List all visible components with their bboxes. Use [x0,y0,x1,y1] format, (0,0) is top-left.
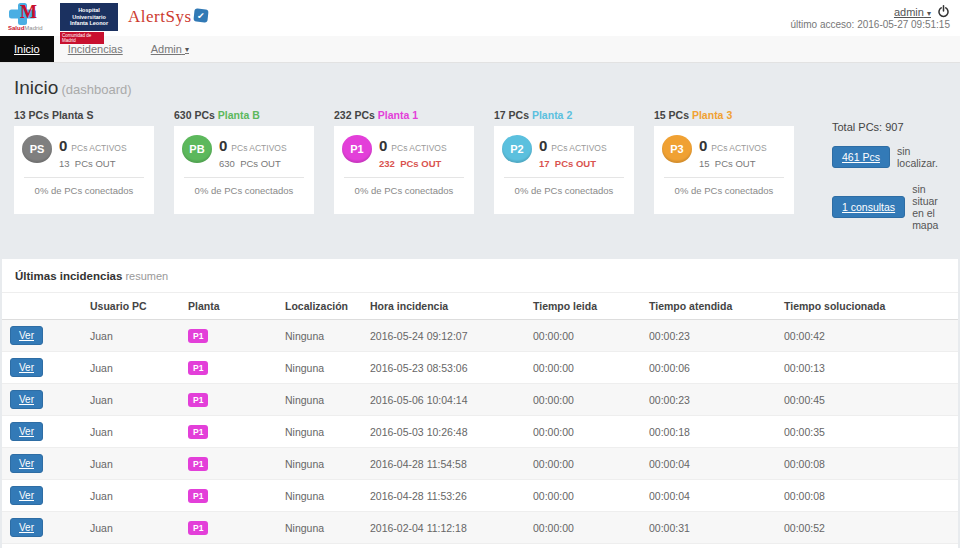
cell-hora: 2016-02-04 11:12:18 [362,512,525,544]
cell-localizacion: Ninguna [277,512,362,544]
cell-localizacion: Ninguna [277,320,362,352]
ver-button[interactable]: Ver [10,326,43,345]
table-row: Ver Juan P1 Ninguna 2016-05-06 10:04:14 … [2,384,958,416]
pcs-out-line: 15 PCs OUT [699,158,767,169]
pcs-conectados-text: 0% de PCs conectados [22,185,146,196]
planta-card-pb: 630 PCs Planta B PB 0PCs ACTIVOS 630 PCs… [174,109,314,245]
ver-button[interactable]: Ver [10,358,43,377]
admin-menu[interactable]: admin ▾ [894,6,931,18]
planta-p2-icon: P2 [502,135,532,163]
cell-usuario: Juan [82,544,180,548]
last-access-text: último acceso: 2016-05-27 09:51:15 [790,19,950,30]
consultas-button[interactable]: 1 consultas [832,196,905,218]
consultas-text: sin situar en el mapa [912,183,946,231]
cell-localizacion: Ninguna [277,448,362,480]
cell-atendida: 00:00:23 [641,384,776,416]
cell-hora: 2016-02-04 07:56:26 [362,544,525,548]
cell-solucionada: 00:00:45 [776,384,958,416]
table-row: Ver Juan P1 Ninguna 2016-04-28 11:54:58 … [2,448,958,480]
col-usuario: Usuario PC [82,293,180,320]
cell-solucionada: 00:00:13 [776,352,958,384]
cell-hora: 2016-04-28 11:54:58 [362,448,525,480]
cell-localizacion: Ninguna [277,544,362,548]
ver-button[interactable]: Ver [10,454,43,473]
planta-badge: P1 [188,393,208,407]
salud-madrid-logo: M SaludMadrid [8,3,50,31]
cell-leida: 00:00:00 [525,384,641,416]
table-header-row: Usuario PC Planta Localización Hora inci… [2,293,958,320]
divider [24,177,144,178]
cell-leida: 00:00:00 [525,544,641,548]
ver-button[interactable]: Ver [10,390,43,409]
planta-p1-icon: P1 [342,135,372,163]
cell-usuario: Juan [82,512,180,544]
pcs-conectados-text: 0% de PCs conectados [502,185,626,196]
cell-atendida: 00:00:18 [641,416,776,448]
pcs-conectados-text: 0% de PCs conectados [662,185,786,196]
planta-card-p1: 232 PCs Planta 1 P1 0PCs ACTIVOS 232 PCs… [334,109,474,245]
cell-solucionada: 00:00:08 [776,480,958,512]
sin-localizar-text: sin localizar. [897,145,946,169]
nav-item-admin[interactable]: Admin ▾ [137,36,203,62]
col-hora: Hora incidencia [362,293,525,320]
table-row: Ver Juan P1 Ninguna 2016-04-28 11:53:26 … [2,480,958,512]
nav-item-incidencias[interactable]: Incidencias [54,36,137,62]
planta-badge: P1 [188,425,208,439]
planta-ps-icon: PS [22,135,52,163]
table-row: Ver Juan P1 Ninguna 2016-05-23 08:53:06 … [2,352,958,384]
divider [664,177,784,178]
cell-leida: 00:00:00 [525,416,641,448]
cell-localizacion: Ninguna [277,352,362,384]
pcs-out-line: 13 PCs OUT [59,158,127,169]
cell-hora: 2016-05-23 08:53:06 [362,352,525,384]
cell-usuario: Juan [82,480,180,512]
pcs-out-line: 17 PCs OUT [539,158,607,169]
table-row: Ver Juan P1 Ninguna 2016-05-24 09:12:07 … [2,320,958,352]
cell-solucionada: 00:00:52 [776,512,958,544]
salud-madrid-label: SaludMadrid [8,25,50,31]
planta-badge: P1 [188,457,208,471]
divider [184,177,304,178]
planta-cards-row: 13 PCs Planta S PS 0PCs ACTIVOS 13 PCs O… [14,109,946,245]
ver-button[interactable]: Ver [10,486,43,505]
cell-atendida: 00:00:23 [641,320,776,352]
alertsys-wordmark: AlertSys [128,7,192,27]
cell-solucionada: 00:00:35 [776,416,958,448]
incidents-panel: Últimas incidencias resumen Usuario PC P… [2,259,958,548]
cell-usuario: Juan [82,384,180,416]
card-label-p3: 15 PCs Planta 3 [654,109,794,121]
cell-hora: 2016-05-24 09:12:07 [362,320,525,352]
cell-atendida: 00:00:04 [641,448,776,480]
ver-button[interactable]: Ver [10,518,43,537]
table-row: Ver Juan P1 Ninguna 2016-05-03 10:26:48 … [2,416,958,448]
col-atendida: Tiempo atendida [641,293,776,320]
cell-atendida: 00:00:04 [641,480,776,512]
planta-pb-icon: PB [182,135,212,163]
hospital-name-line2: Infanta Leonor [62,20,116,27]
cell-usuario: Juan [82,416,180,448]
planta-badge: P1 [188,489,208,503]
chevron-down-icon: ▾ [927,9,931,18]
col-solucionada: Tiempo solucionada [776,293,958,320]
cell-hora: 2016-04-28 11:53:26 [362,480,525,512]
divider [504,177,624,178]
cell-atendida: 00:00:31 [641,512,776,544]
divider [344,177,464,178]
sin-localizar-button[interactable]: 461 Pcs [832,146,890,168]
planta-badge: P1 [188,329,208,343]
col-localizacion: Localización [277,293,362,320]
nav-item-inicio[interactable]: Inicio [0,36,54,62]
cell-usuario: Juan [82,320,180,352]
logout-power-icon[interactable] [937,5,950,18]
card-label-p1: 232 PCs Planta 1 [334,109,474,121]
cell-solucionada: 00:00:08 [776,448,958,480]
cell-leida: 00:00:00 [525,320,641,352]
ver-button[interactable]: Ver [10,422,43,441]
cell-atendida: 00:00:06 [641,352,776,384]
main-nav: Inicio Incidencias Admin ▾ [0,36,960,63]
cell-leida: 00:00:00 [525,512,641,544]
alertsys-logo: AlertSys ✓ [128,7,208,27]
planta-card-p2: 17 PCs Planta 2 P2 0PCs ACTIVOS 17 PCs O… [494,109,634,245]
top-header: M SaludMadrid Hospital Universitario Inf… [0,0,960,36]
cell-leida: 00:00:00 [525,352,641,384]
